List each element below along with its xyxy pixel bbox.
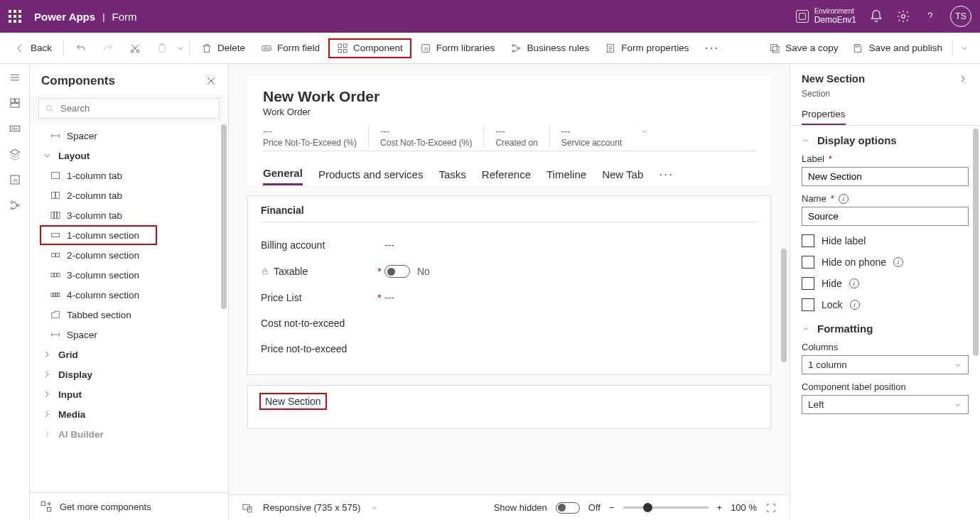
more-tabs[interactable]: ···: [659, 167, 674, 182]
tab-products[interactable]: Products and services: [318, 164, 424, 185]
environment-picker[interactable]: EnvironmentDemoEnv1: [796, 8, 856, 25]
gear-icon[interactable]: [896, 9, 910, 23]
formatting-group[interactable]: Formatting: [802, 323, 969, 335]
scrollbar[interactable]: [973, 129, 979, 356]
tab-reference[interactable]: Reference: [482, 164, 531, 185]
bell-icon[interactable]: [869, 9, 883, 23]
svg-rect-33: [51, 212, 53, 218]
redo-button[interactable]: [95, 38, 121, 58]
app-launcher-icon[interactable]: [9, 10, 21, 23]
component-2-column-tab[interactable]: 2-column tab: [30, 185, 228, 205]
chevron-down-icon[interactable]: [640, 127, 649, 136]
tab-tasks[interactable]: Tasks: [438, 164, 465, 185]
cut-button[interactable]: [122, 38, 148, 58]
form-field-button[interactable]: AbcForm field: [254, 38, 327, 58]
viewport-label[interactable]: Responsive (735 x 575): [263, 502, 360, 513]
grid-category[interactable]: Grid: [30, 345, 228, 364]
component-tabbed-section[interactable]: Tabbed section: [30, 305, 228, 325]
field-price-nte[interactable]: Price not-to-exceed: [261, 336, 758, 362]
component-2-column-section[interactable]: 2-column section: [30, 245, 228, 265]
display-category[interactable]: Display: [30, 364, 228, 384]
properties-tab[interactable]: Properties: [802, 104, 846, 125]
get-more-components[interactable]: Get more components: [30, 492, 228, 520]
header-field[interactable]: ---Cost Not-To-Exceed (%): [368, 126, 483, 148]
svg-rect-44: [55, 293, 57, 296]
field-cost-nte[interactable]: Cost not-to-exceed: [261, 310, 758, 336]
hide-label-checkbox[interactable]: Hide label: [802, 234, 969, 247]
media-category[interactable]: Media: [30, 404, 228, 424]
chevron-down-icon[interactable]: [176, 44, 185, 53]
search-box[interactable]: [38, 98, 220, 119]
form-properties-button[interactable]: Form properties: [598, 38, 696, 58]
save-and-publish-button[interactable]: Save and publish: [845, 38, 949, 58]
properties-subtitle: Section: [790, 89, 980, 104]
chevron-right-icon[interactable]: [957, 73, 969, 85]
save-a-copy-button[interactable]: Save a copy: [762, 38, 845, 58]
new-section[interactable]: New Section: [247, 385, 771, 429]
info-icon[interactable]: i: [893, 257, 903, 267]
columns-select[interactable]: 1 column: [802, 355, 969, 374]
svg-rect-35: [58, 212, 60, 218]
toggle[interactable]: [384, 265, 410, 278]
close-icon[interactable]: [205, 75, 217, 87]
zoom-slider[interactable]: [623, 507, 709, 509]
business-rules-button[interactable]: Business rules: [503, 38, 596, 58]
tab-timeline[interactable]: Timeline: [546, 164, 586, 185]
info-icon[interactable]: i: [839, 194, 849, 204]
component-3-column-section[interactable]: 3-column section: [30, 265, 228, 285]
fit-icon[interactable]: [765, 502, 777, 514]
back-button[interactable]: Back: [7, 38, 59, 58]
tab-new[interactable]: New Tab: [602, 164, 643, 185]
display-options-group[interactable]: Display options: [802, 134, 969, 146]
show-hidden-toggle[interactable]: [556, 502, 580, 514]
component-button[interactable]: Component: [328, 38, 411, 58]
component-3-column-tab[interactable]: 3-column tab: [30, 205, 228, 225]
ai-builder-category[interactable]: AI Builder: [30, 424, 228, 444]
component-spacer[interactable]: Spacer: [30, 126, 228, 146]
environment-icon: [796, 10, 809, 23]
scrollbar[interactable]: [781, 249, 787, 362]
hamburger-icon[interactable]: [9, 71, 21, 84]
hide-checkbox[interactable]: Hidei: [802, 277, 969, 290]
component-1-column-section[interactable]: 1-column section: [30, 225, 228, 245]
zoom-in[interactable]: +: [717, 502, 723, 513]
zoom-out[interactable]: −: [609, 502, 615, 513]
tab-general[interactable]: General: [263, 163, 303, 185]
user-avatar[interactable]: TS: [950, 6, 971, 27]
chevron-down-icon[interactable]: [370, 504, 379, 512]
component-1-column-tab[interactable]: 1-column tab: [30, 166, 228, 185]
layout-category[interactable]: Layout: [30, 146, 228, 166]
grid-icon[interactable]: [9, 97, 21, 109]
scrollbar[interactable]: [221, 124, 227, 309]
delete-button[interactable]: Delete: [194, 38, 252, 58]
header-field[interactable]: ---Price Not-To-Exceed (%): [263, 126, 368, 148]
lock-checkbox[interactable]: Locki: [802, 298, 969, 311]
info-icon[interactable]: i: [850, 300, 860, 310]
more-commands[interactable]: ···: [697, 36, 726, 60]
search-input[interactable]: [60, 103, 213, 114]
financial-section[interactable]: Financial Billing account--- Taxable*No …: [247, 195, 771, 375]
help-icon[interactable]: [923, 9, 937, 23]
hide-on-phone-checkbox[interactable]: Hide on phonei: [802, 256, 969, 269]
field-billing-account[interactable]: Billing account---: [261, 232, 758, 258]
abc-icon[interactable]: Abc: [9, 122, 21, 135]
field-taxable[interactable]: Taxable*No: [261, 258, 758, 285]
component-spacer-2[interactable]: Spacer: [30, 325, 228, 345]
name-input[interactable]: [802, 207, 969, 226]
search-icon: [45, 104, 55, 114]
header-field[interactable]: ---Created on: [483, 126, 549, 148]
layers-icon[interactable]: [9, 148, 21, 161]
input-category[interactable]: Input: [30, 384, 228, 404]
label-position-select[interactable]: Left: [802, 395, 969, 414]
info-icon[interactable]: i: [849, 278, 859, 288]
form-libraries-button[interactable]: JSForm libraries: [413, 38, 502, 58]
chevron-down-icon[interactable]: [960, 44, 969, 53]
js-icon[interactable]: JS: [9, 173, 21, 186]
rules-icon[interactable]: [9, 199, 21, 212]
label-input[interactable]: [802, 167, 969, 186]
field-price-list[interactable]: Price List*---: [261, 285, 758, 310]
component-4-column-section[interactable]: 4-column section: [30, 285, 228, 305]
undo-button[interactable]: [68, 38, 94, 58]
header-field[interactable]: ---Service account: [549, 126, 633, 148]
paste-button[interactable]: [149, 38, 175, 58]
